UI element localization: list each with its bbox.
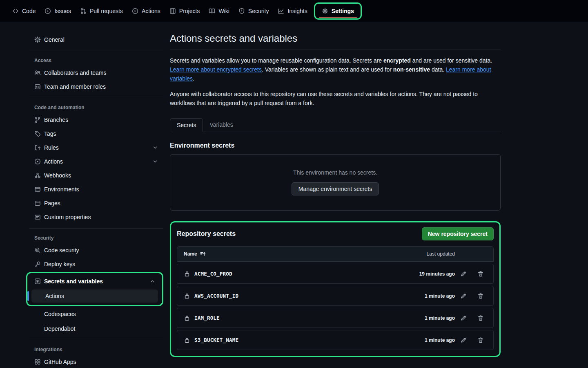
link-encrypted-secrets[interactable]: Learn more about encrypted secrets	[170, 66, 262, 73]
play-icon	[132, 8, 138, 14]
sidebar-item-pages[interactable]: Pages	[26, 196, 163, 210]
sidebar-divider	[29, 51, 163, 51]
repository-secrets-header: Repository secrets New repository secret	[177, 227, 494, 240]
git-branch-icon	[34, 117, 41, 123]
delete-secret-button[interactable]	[472, 267, 489, 280]
sidebar-subitem-codespaces[interactable]: Codespaces	[26, 307, 163, 321]
name-column-header: Name	[184, 251, 197, 257]
codescan-icon	[34, 247, 41, 254]
project-table-icon	[169, 8, 176, 14]
sidebar-item-deploy-keys[interactable]: Deploy keys	[26, 257, 163, 271]
tab-secrets[interactable]: Secrets	[170, 118, 203, 132]
nav-tab-issues[interactable]: Issues	[40, 5, 75, 17]
graph-icon	[278, 8, 284, 14]
secrets-table-header: Name Last updated	[177, 246, 494, 262]
secret-last-updated: 1 minute ago	[398, 293, 455, 299]
sidebar-item-github-apps[interactable]: GitHub Apps	[26, 355, 163, 368]
secret-name: IAM_ROLE	[194, 315, 220, 321]
secrets-variables-tabnav: Secrets Variables	[170, 118, 501, 132]
sidebar-item-team-roles[interactable]: Team and member roles	[26, 80, 163, 94]
intro-text: Secrets and variables allow you to manag…	[170, 56, 501, 108]
secret-name: AWS_ACCOUNT_ID	[194, 293, 238, 299]
tab-variables[interactable]: Variables	[203, 118, 239, 132]
sidebar-item-actions[interactable]: Actions	[26, 155, 163, 168]
pencil-icon	[460, 337, 467, 343]
chevron-up-icon	[149, 278, 156, 285]
edit-secret-button[interactable]	[455, 289, 472, 303]
trash-icon	[477, 337, 484, 343]
tag-icon	[34, 130, 41, 137]
sidebar-section-integrations: Integrations	[26, 344, 163, 355]
sidebar-item-code-security[interactable]: Code security	[26, 243, 163, 257]
sidebar-item-tags[interactable]: Tags	[26, 127, 163, 141]
repository-secrets-heading: Repository secrets	[177, 230, 236, 238]
asterisk-box-icon	[34, 278, 41, 285]
trash-icon	[477, 271, 484, 277]
trash-icon	[477, 293, 484, 299]
nav-tab-actions[interactable]: Actions	[128, 5, 165, 17]
sidebar-item-webhooks[interactable]: Webhooks	[26, 168, 163, 182]
sidebar-divider	[29, 228, 163, 229]
edit-secret-button[interactable]	[455, 312, 472, 325]
main-content: Actions secrets and variables Secrets an…	[170, 22, 501, 368]
edit-secret-button[interactable]	[455, 334, 472, 347]
new-repository-secret-button[interactable]: New repository secret	[422, 227, 494, 240]
sidebar-section-code-automation: Code and automation	[26, 102, 163, 113]
lock-icon	[184, 293, 190, 299]
sidebar-section-security: Security	[26, 233, 163, 243]
lock-icon	[184, 271, 190, 277]
issue-opened-icon	[45, 8, 51, 14]
sidebar-item-general[interactable]: General	[26, 33, 163, 47]
sidebar-section-access: Access	[26, 55, 163, 66]
intro-paragraph-2: Anyone with collaborator access to this …	[170, 90, 501, 108]
play-icon	[34, 158, 41, 165]
sidebar-item-environments[interactable]: Environments	[26, 182, 163, 196]
sidebar-subitem-dependabot[interactable]: Dependabot	[26, 322, 163, 336]
nav-tab-security[interactable]: Security	[234, 5, 273, 17]
chevron-down-icon	[152, 144, 158, 151]
webhook-icon	[34, 172, 41, 179]
book-icon	[209, 8, 215, 14]
sidebar-item-secrets-and-variables[interactable]: Secrets and variables	[29, 274, 160, 288]
intro-paragraph-1: Secrets and variables allow you to manag…	[170, 56, 501, 83]
annotation-ring-secrets-and-variables: Secrets and variables Actions	[26, 272, 163, 306]
secret-last-updated: 1 minute ago	[398, 315, 455, 321]
gear-icon	[34, 36, 41, 43]
nav-tab-projects[interactable]: Projects	[165, 5, 204, 17]
secret-last-updated: 19 minutes ago	[398, 271, 455, 277]
secret-row: AWS_ACCOUNT_ID 1 minute ago	[177, 286, 494, 306]
trash-icon	[477, 315, 484, 321]
sort-by-name[interactable]: Name	[184, 251, 206, 257]
environment-secrets-heading: Environment secrets	[170, 142, 501, 149]
nav-tab-wiki[interactable]: Wiki	[205, 5, 233, 17]
active-tab-underline	[319, 17, 357, 18]
secret-last-updated: 1 minute ago	[398, 337, 455, 343]
nav-tab-pull-requests[interactable]: Pull requests	[76, 5, 127, 17]
gear-icon	[322, 8, 328, 14]
delete-secret-button[interactable]	[472, 312, 489, 325]
environment-secrets-box: This environment has no secrets. Manage …	[170, 154, 501, 211]
delete-secret-button[interactable]	[472, 289, 489, 303]
lock-icon	[184, 315, 190, 321]
edit-secret-button[interactable]	[455, 267, 472, 280]
sidebar-divider	[29, 340, 163, 340]
key-icon	[34, 261, 41, 267]
pencil-icon	[460, 293, 467, 299]
secret-row: ACME_CO_PROD 19 minutes ago	[177, 264, 494, 284]
chevron-down-icon	[152, 158, 158, 165]
sidebar-item-branches[interactable]: Branches	[26, 113, 163, 127]
nav-tab-settings[interactable]: Settings	[318, 5, 358, 17]
sidebar-subitem-actions[interactable]: Actions	[31, 289, 158, 303]
nav-tab-code[interactable]: Code	[8, 5, 40, 17]
sidebar-item-rules[interactable]: Rules	[26, 141, 163, 155]
secret-row: S3_BUCKET_NAME 1 minute ago	[177, 330, 494, 350]
delete-secret-button[interactable]	[472, 334, 489, 347]
note-icon	[34, 214, 41, 220]
manage-environment-secrets-button[interactable]: Manage environment secrets	[292, 182, 379, 195]
sidebar-item-collaborators[interactable]: Collaborators and teams	[26, 66, 163, 80]
annotation-ring-settings: Settings	[314, 2, 362, 20]
sidebar-item-custom-properties[interactable]: Custom properties	[26, 210, 163, 224]
nav-tab-insights[interactable]: Insights	[274, 5, 311, 17]
code-icon	[12, 8, 19, 14]
repo-nav: Code Issues Pull requests Actions Projec…	[0, 0, 588, 22]
